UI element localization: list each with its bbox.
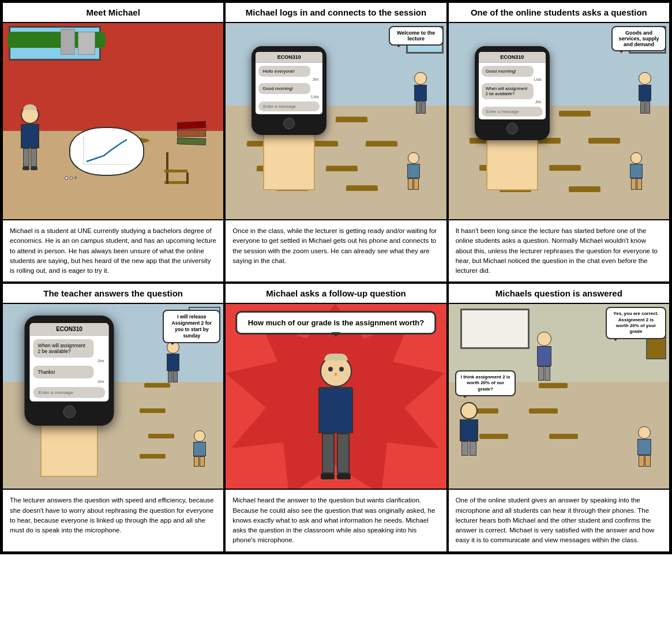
panel6-title: Michaels question is answered bbox=[449, 284, 669, 304]
panel5-text-row: Michael heard the answer to the question… bbox=[224, 489, 447, 552]
sitting-student-p4 bbox=[193, 430, 206, 467]
online-student-p6 bbox=[637, 426, 651, 467]
phone-home-btn-p3 bbox=[506, 123, 518, 134]
speech-bubble-p3: Goods and services, supply and demand bbox=[611, 26, 666, 51]
panel3-text: It hasn't been long since the lecture ha… bbox=[449, 219, 669, 281]
phone-input-p4[interactable]: Enter a message bbox=[33, 387, 106, 398]
phone-header-p4: ECON310 bbox=[30, 323, 109, 336]
phone-display-p2: ECON310 Hello everyone! Jim Good morning… bbox=[251, 46, 326, 135]
speech-bubble-p4: I will release Assignment 2 for you to s… bbox=[163, 310, 220, 343]
speech-bubble-p2: Welcome to the lecture bbox=[389, 26, 444, 46]
panel4-title-row: The teacher answers the question bbox=[2, 283, 224, 304]
panel1-text-row: Michael is a student at UNE currently st… bbox=[2, 219, 224, 283]
phone-home-btn-p4 bbox=[63, 406, 76, 418]
large-phone-hand-p4: ECON310 When will assignment 2 be availa… bbox=[12, 316, 127, 477]
thought-bubble bbox=[69, 127, 144, 176]
panel2-text: Once in the class, while the lecturer is… bbox=[226, 219, 446, 272]
panel5-title-row: Michael asks a follow-up question bbox=[224, 283, 447, 304]
chat-msg-p3-2: When will assignment 2 be available? bbox=[482, 83, 534, 99]
phone-display-p4: ECON310 When will assignment 2 be availa… bbox=[25, 316, 114, 426]
panel6-title-row: Michaels question is answered bbox=[448, 283, 670, 304]
chat-msg-p3-1: Good morning! bbox=[482, 66, 534, 77]
panel3-title: One of the online students asks a questi… bbox=[449, 3, 669, 23]
panel2-title-row: Michael logs in and connects to the sess… bbox=[224, 2, 447, 23]
panel2-title: Michael logs in and connects to the sess… bbox=[226, 3, 446, 23]
michael-standing-p5 bbox=[318, 355, 353, 479]
phone-header-p2: ECON310 bbox=[256, 52, 322, 63]
chat-sender-p2-1: Jim bbox=[256, 77, 318, 81]
teacher-figure-p3 bbox=[639, 72, 651, 114]
speech-bubble-p5: How much of our grade is the assignment … bbox=[236, 311, 437, 335]
chat-sender-p4-2: Jim bbox=[30, 379, 104, 384]
phone-header-p3: ECON310 bbox=[479, 52, 546, 63]
chair bbox=[164, 149, 190, 184]
thought-bubble-dots bbox=[65, 177, 77, 180]
michael-seated-p6 bbox=[460, 402, 478, 456]
panel6-image: Yes, you are correct. Assignment 2 is wo… bbox=[448, 304, 670, 489]
panel2-text-row: Once in the class, while the lecturer is… bbox=[224, 219, 447, 283]
chat-sender-p2-2: Lisa bbox=[256, 95, 318, 99]
panel6-text-row: One of the online student gives an answe… bbox=[448, 489, 670, 552]
sitting-student-p2 bbox=[407, 152, 420, 190]
panel5-title: Michael asks a follow-up question bbox=[226, 284, 446, 304]
chat-msg-p2-1: Hello everyone! bbox=[258, 66, 310, 77]
panel5-image: How much of our grade is the assignment … bbox=[224, 304, 447, 489]
panel1-title: Meet Michael bbox=[3, 3, 223, 23]
panel3-image: ECON310 Good morning! Lisa When will ass… bbox=[448, 23, 670, 219]
panel3-title-row: One of the online students asks a questi… bbox=[448, 2, 670, 23]
comic-grid: Meet Michael Michael logs in and connect… bbox=[0, 0, 672, 554]
books-stack bbox=[177, 122, 206, 145]
panel1-title-row: Meet Michael bbox=[2, 2, 224, 23]
chart-svg bbox=[78, 133, 136, 170]
phone-input-p2[interactable]: Enter a message bbox=[258, 102, 320, 111]
teacher-figure-p2 bbox=[412, 72, 429, 114]
panel4-image: ECON310 When will assignment 2 be availa… bbox=[2, 304, 224, 489]
michael-speech-p6: I think assignment 2 is worth 20% of our… bbox=[455, 370, 516, 396]
phone-input-p3[interactable]: Enter a message bbox=[482, 107, 543, 117]
chat-msg-p4-1: When will assignment 2 be available? bbox=[33, 339, 94, 358]
panel1-text: Michael is a student at UNE currently st… bbox=[3, 219, 223, 281]
hand-with-phone: ECON310 Hello everyone! Jim Good morning… bbox=[237, 46, 341, 190]
chat-sender-p4-1: Jim bbox=[30, 358, 104, 363]
chat-sender-p3-2: Jim bbox=[479, 100, 542, 104]
panel1-image bbox=[2, 23, 224, 219]
chat-msg-p4-2: Thanks! bbox=[33, 366, 94, 378]
panel5-text: Michael heard the answer to the question… bbox=[226, 489, 446, 551]
hand-with-phone-p3: ECON310 Good morning! Lisa When will ass… bbox=[460, 46, 564, 190]
panel4-text: The lecturer answers the question with s… bbox=[3, 489, 223, 541]
phone-home-btn-p2 bbox=[283, 118, 295, 129]
panel4-text-row: The lecturer answers the question with s… bbox=[2, 489, 224, 552]
panel3-text-row: It hasn't been long since the lecture ha… bbox=[448, 219, 670, 283]
michael-figure bbox=[21, 106, 39, 170]
panel2-image: ECON310 Hello everyone! Jim Good morning… bbox=[224, 23, 447, 219]
teacher-figure-p6 bbox=[537, 332, 551, 381]
phone-display-p3: ECON310 Good morning! Lisa When will ass… bbox=[475, 46, 550, 140]
chat-msg-p2-2: Good morning! bbox=[258, 83, 310, 94]
panel4-title: The teacher answers the question bbox=[3, 284, 223, 304]
panel6-text: One of the online student gives an answe… bbox=[449, 489, 669, 551]
teacher-speech-p6: Yes, you are correct. Assignment 2 is wo… bbox=[606, 307, 666, 339]
chat-sender-p3-1: Lisa bbox=[479, 77, 542, 81]
sitting-student-p3 bbox=[630, 152, 643, 190]
